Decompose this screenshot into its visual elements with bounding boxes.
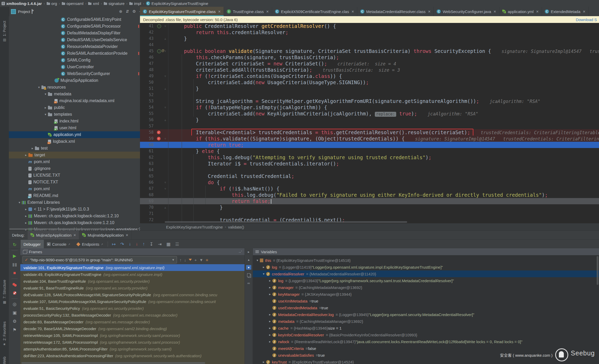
threads-icon[interactable]: ∞: [246, 281, 251, 285]
tree-row[interactable]: ▸target: [9, 152, 140, 158]
fold-marker-icon[interactable]: ▿: [162, 104, 168, 110]
code-text[interactable]: CriteriaSet criteriaSet = new CriteriaSe…: [168, 60, 599, 67]
code-text[interactable]: do {: [168, 179, 599, 186]
tab-metadatacredentialresolver-class[interactable]: CMetadataCredentialResolver.class✕: [357, 7, 434, 16]
frames-options-icon[interactable]: →': [238, 250, 242, 254]
tab-endpoints[interactable]: Endpoints↗: [73, 240, 106, 249]
tree-arrow-icon[interactable]: ▸: [267, 340, 272, 343]
debug-tab-mujinaidpapplication[interactable]: MujinaIdpApplication✕: [79, 231, 131, 239]
variable-row[interactable]: ▸fMetadataCredentialResolver.log= {Logge…: [253, 311, 599, 318]
fold-marker-icon[interactable]: ▿: [162, 135, 168, 142]
tree-arrow-icon[interactable]: ▸: [23, 214, 28, 218]
settings-icon[interactable]: ⚙: [13, 318, 16, 324]
fold-marker-icon[interactable]: ▵: [162, 35, 168, 42]
code-text[interactable]: }: [168, 85, 599, 92]
fold-marker-icon[interactable]: ▿: [162, 73, 168, 79]
variable-row[interactable]: ▸fkeyManager= {JKSKeyManager@13944}: [253, 291, 599, 298]
code-text[interactable]: return false;: [168, 198, 599, 204]
tree-row[interactable]: user.html: [9, 125, 140, 131]
tree-row[interactable]: ▸public: [9, 104, 140, 111]
override-method-icon[interactable]: ↑: [157, 49, 161, 53]
tab-trustengine-class[interactable]: ITrustEngine.class✕: [224, 7, 272, 16]
tree-arrow-icon[interactable]: ▸: [267, 279, 272, 282]
tree-row[interactable]: CSAMLConfig: [9, 57, 140, 64]
tree-row[interactable]: mpom.xml: [9, 158, 140, 165]
close-icon[interactable]: ✕: [583, 10, 586, 14]
tree-row[interactable]: CResourceMetadataProvider: [9, 43, 140, 50]
code-text[interactable]: Iterable<Credential> trustedCredentials …: [168, 129, 599, 135]
tree-arrow-icon[interactable]: ▸: [23, 153, 28, 157]
breakpoint-gutter[interactable]: ✓: [156, 129, 162, 135]
step-over-icon[interactable]: ↷: [120, 242, 124, 247]
tree-row[interactable]: CConfigurableSAMLProcessor: [9, 23, 140, 30]
code-text[interactable]: [168, 42, 599, 48]
tree-row[interactable]: CUserController: [9, 64, 140, 70]
variable-row[interactable]: ▸fkeyInfoCredentialResolver= {BasicProvi…: [253, 331, 599, 338]
frame-row[interactable]: decode:83, BaseMessageDecoder(org.opensa…: [20, 318, 245, 325]
stop-icon[interactable]: ■: [13, 270, 16, 276]
variable-row[interactable]: fuseXmlMetadata= true: [253, 298, 599, 304]
watch-menu-icon[interactable]: ≡: [206, 258, 208, 262]
code-text[interactable]: return this.credentialResolver;: [168, 29, 599, 35]
frame-row[interactable]: evaluate:91, BaseTrustEngineRule(org.ope…: [20, 285, 245, 291]
tab-extendedmetada[interactable]: CExtendedMetada✕: [542, 7, 589, 16]
tree-row[interactable]: application.yml: [9, 131, 140, 138]
variable-row[interactable]: ▸fmanager= {CachingMetadataManager@13692…: [253, 284, 599, 291]
fold-marker-icon[interactable]: ▵: [162, 204, 168, 211]
frame-row[interactable]: retrieveMessage:172, SAMLProcessorImpl(o…: [20, 339, 245, 346]
code-text[interactable]: }: [168, 204, 599, 211]
step-into-icon[interactable]: ↓: [129, 242, 131, 247]
view-breakpoints-icon[interactable]: [13, 281, 17, 287]
tree-arrow-icon[interactable]: ▸: [267, 333, 272, 337]
tree-row[interactable]: logback.xml: [9, 138, 140, 145]
tree-row[interactable]: CDefaultMetadataDisplayFilter: [9, 30, 140, 36]
sidebar-item-web[interactable]: ◉Web: [0, 356, 9, 364]
variables-scrollbar[interactable]: [597, 256, 598, 285]
code-text[interactable]: [168, 211, 599, 217]
close-icon[interactable]: ✕: [73, 233, 76, 237]
tree-arrow-icon[interactable]: ▾: [43, 113, 48, 116]
sidebar-item-project[interactable]: ▤1: Project: [0, 16, 9, 47]
breadcrumb-item[interactable]: xml: [88, 1, 99, 6]
tab-application-yml[interactable]: application.yml✕: [499, 7, 542, 16]
variable-row[interactable]: ▸flog= {Logger@11419} "Logger[org.opensa…: [253, 264, 599, 270]
breadcrumb-item[interactable]: signature: [104, 1, 125, 6]
tab-explicitx509certificatetrustengine-clas[interactable]: CExplicitX509CertificateTrustEngine.clas…: [272, 7, 357, 16]
breadcrumb-item[interactable]: impl: [129, 1, 141, 6]
tree-row[interactable]: ▸Maven: ch.qos.logback:logback-classic:1…: [9, 213, 140, 219]
tree-arrow-icon[interactable]: ▸: [23, 221, 28, 225]
tree-row[interactable]: ▾templates: [9, 111, 140, 118]
tree-row[interactable]: ▾resources: [9, 84, 140, 91]
frame-row[interactable]: evaluate:51, BasicSecurityPolicy(org.ope…: [20, 305, 245, 312]
project-panel-header[interactable]: Project ▼ ⊕⇵⚙─: [9, 7, 144, 16]
code-text[interactable]: if (this.validate((Signature)signature, …: [168, 135, 599, 142]
tree-row[interactable]: README.md: [9, 192, 140, 199]
code-text[interactable]: if (!DatatypeHelper.isEmpty(jcaAlgorithm…: [168, 104, 599, 110]
breadcrumb-item[interactable]: CExplicitKeySignatureTrustEngine: [146, 1, 208, 6]
tree-arrow-icon[interactable]: ▸: [43, 106, 48, 109]
frames-hscrollbar[interactable]: [21, 362, 205, 364]
filter-frames-icon[interactable]: [189, 259, 192, 261]
sidebar-item-structure[interactable]: ▦7: Structure: [0, 273, 9, 312]
pause-icon[interactable]: ▮▮: [12, 261, 17, 268]
frame-row[interactable]: processSecurityPolicy:132, BaseMessageDe…: [20, 312, 245, 318]
code-text[interactable]: }: [168, 35, 599, 42]
restore-layout-icon[interactable]: ▣: [13, 310, 17, 316]
tree-arrow-icon[interactable]: ▸: [267, 292, 272, 296]
variable-row[interactable]: ▾fcredentialResolver= {MetadataCredentia…: [253, 270, 599, 277]
tree-arrow-icon[interactable]: ▾: [17, 201, 22, 204]
tree-arrow-icon[interactable]: ▾: [255, 258, 260, 262]
watch-filter-icon[interactable]: ▼: [199, 258, 203, 262]
tree-row[interactable]: CRoleSAMLAuthenticationProvide: [9, 50, 140, 57]
tree-row[interactable]: NOTICE.TXT: [9, 179, 140, 186]
tree-row[interactable]: index.html: [9, 118, 140, 125]
frame-row[interactable]: evaluate:107, SAMLProtocolMessageXMLSign…: [20, 298, 245, 305]
tab-websecurityconfigurer-java[interactable]: CWebSecurityConfigurer.java✕: [434, 7, 499, 16]
tree-row[interactable]: .gitignore: [9, 165, 140, 172]
tree-arrow-icon[interactable]: ▸: [267, 326, 272, 330]
tree-row[interactable]: ▸< 11 > F:\java\jdk11\jdk-11.0.3: [9, 206, 140, 213]
close-icon[interactable]: ✕: [218, 10, 221, 14]
breadcrumb-item[interactable]: opensaml: [62, 1, 83, 6]
frame-row[interactable]: doEvaluate:128, SAMLProtocolMessageXMLSi…: [20, 291, 245, 298]
settings-icon[interactable]: ⚙: [132, 9, 136, 14]
